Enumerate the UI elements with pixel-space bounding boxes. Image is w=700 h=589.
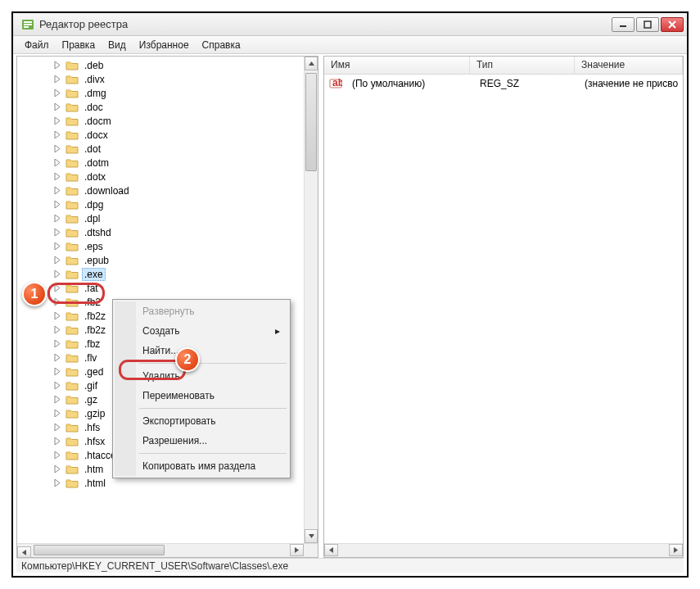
scroll-thumb-horizontal[interactable] xyxy=(34,545,165,555)
tree-item[interactable]: .dpg xyxy=(17,197,304,211)
tree-item[interactable]: .download xyxy=(17,183,304,197)
maximize-button[interactable] xyxy=(636,17,659,32)
expander-icon[interactable] xyxy=(53,353,62,362)
svg-marker-11 xyxy=(55,103,60,111)
svg-marker-10 xyxy=(55,89,60,97)
column-header-name[interactable]: Имя xyxy=(324,57,470,74)
tree-item[interactable]: .dotm xyxy=(17,156,304,170)
values-scrollbar-horizontal[interactable] xyxy=(324,543,683,557)
expander-icon[interactable] xyxy=(53,381,62,390)
expander-icon[interactable] xyxy=(53,478,62,487)
status-path: Компьютер\HKEY_CURRENT_USER\Software\Cla… xyxy=(21,560,288,572)
expander-icon[interactable] xyxy=(53,75,62,84)
expander-icon[interactable] xyxy=(53,409,62,418)
tree-item[interactable]: .dmg xyxy=(17,86,304,100)
string-value-icon: ab xyxy=(329,77,342,90)
scroll-right-button[interactable] xyxy=(290,544,304,556)
minimize-button[interactable] xyxy=(612,17,635,32)
menu-help[interactable]: Справка xyxy=(196,38,247,52)
context-menu-delete[interactable]: Удалить xyxy=(115,366,288,386)
menu-edit[interactable]: Правка xyxy=(56,38,102,52)
tree-item[interactable]: .deb xyxy=(17,58,304,72)
context-menu-separator xyxy=(139,408,287,409)
expander-icon[interactable] xyxy=(53,451,62,460)
scroll-up-button[interactable] xyxy=(305,57,318,70)
titlebar: Редактор реестра xyxy=(13,13,687,36)
tree-item[interactable]: .eps xyxy=(17,239,304,253)
tree-item[interactable]: .dotx xyxy=(17,170,304,183)
expander-icon[interactable] xyxy=(53,214,62,223)
svg-marker-32 xyxy=(55,396,60,403)
context-menu-find[interactable]: Найти... xyxy=(115,341,288,360)
folder-icon xyxy=(65,129,79,141)
column-header-data[interactable]: Значение xyxy=(575,57,683,74)
expander-icon[interactable] xyxy=(53,116,62,125)
tree-item-label: .divx xyxy=(82,73,107,86)
expander-icon[interactable] xyxy=(53,339,62,348)
expander-icon[interactable] xyxy=(53,423,62,432)
context-menu-new[interactable]: Создать▸ xyxy=(115,321,288,341)
context-menu-copy-key-name[interactable]: Копировать имя раздела xyxy=(115,456,288,476)
tree-scrollbar-horizontal[interactable] xyxy=(17,543,318,557)
expander-icon[interactable] xyxy=(53,88,62,97)
expander-icon[interactable] xyxy=(53,200,62,209)
expander-icon[interactable] xyxy=(53,270,62,279)
tree-item-label: .dpl xyxy=(82,212,102,225)
tree-item[interactable]: .divx xyxy=(17,72,304,86)
list-row[interactable]: ab (По умолчанию) REG_SZ (значение не пр… xyxy=(324,76,683,91)
scroll-thumb-vertical[interactable] xyxy=(305,73,317,171)
tree-item[interactable]: .docx xyxy=(17,128,304,142)
tree-item[interactable]: .docm xyxy=(17,114,304,128)
context-menu-separator xyxy=(139,363,287,364)
svg-marker-20 xyxy=(55,229,60,236)
expander-icon[interactable] xyxy=(53,256,62,265)
tree-item-label: .dtshd xyxy=(82,226,114,239)
expander-icon[interactable] xyxy=(53,158,62,167)
tree-item[interactable]: .doc xyxy=(17,100,304,114)
tree-item[interactable]: .dtshd xyxy=(17,225,304,239)
expander-icon[interactable] xyxy=(53,297,62,306)
scroll-right-button[interactable] xyxy=(669,544,683,556)
column-header-type[interactable]: Тип xyxy=(470,57,575,74)
close-button[interactable] xyxy=(661,17,684,32)
menu-view[interactable]: Вид xyxy=(102,38,133,52)
list-body[interactable]: ab (По умолчанию) REG_SZ (значение не пр… xyxy=(324,75,683,93)
expander-icon[interactable] xyxy=(53,228,62,237)
svg-marker-35 xyxy=(55,437,60,445)
svg-marker-42 xyxy=(295,547,299,553)
menu-file[interactable]: Файл xyxy=(18,38,56,52)
expander-icon[interactable] xyxy=(53,61,62,70)
expander-icon[interactable] xyxy=(53,283,62,292)
expander-icon[interactable] xyxy=(53,367,62,376)
expander-icon[interactable] xyxy=(53,186,62,195)
svg-text:ab: ab xyxy=(332,77,342,88)
context-menu-separator xyxy=(139,453,287,454)
expander-icon[interactable] xyxy=(53,172,62,181)
tree-item[interactable]: .epub xyxy=(17,253,304,267)
scroll-down-button[interactable] xyxy=(305,529,318,543)
menu-favorites[interactable]: Избранное xyxy=(133,38,196,52)
expander-icon[interactable] xyxy=(53,464,62,473)
tree-scrollbar-vertical[interactable] xyxy=(304,57,318,543)
expander-icon[interactable] xyxy=(53,311,62,320)
expander-icon[interactable] xyxy=(53,395,62,404)
scroll-left-button[interactable] xyxy=(17,546,31,558)
tree-item[interactable]: .fat xyxy=(17,281,304,295)
expander-icon[interactable] xyxy=(53,102,62,111)
tree-item-label: .deb xyxy=(82,59,106,72)
context-menu-permissions[interactable]: Разрешения... xyxy=(115,431,288,451)
expander-icon[interactable] xyxy=(53,437,62,446)
scroll-left-button[interactable] xyxy=(324,544,338,556)
expander-icon[interactable] xyxy=(53,325,62,334)
expander-icon[interactable] xyxy=(53,144,62,153)
expander-icon[interactable] xyxy=(53,242,62,251)
tree-item[interactable]: .dpl xyxy=(17,211,304,225)
tree-item[interactable]: .dot xyxy=(17,142,304,156)
expander-icon[interactable] xyxy=(53,130,62,139)
context-menu-export[interactable]: Экспортировать xyxy=(115,411,288,431)
context-menu-expand[interactable]: Развернуть xyxy=(115,301,288,321)
tree-item[interactable]: .exe xyxy=(17,267,304,281)
tree-item-label: .fb2z xyxy=(82,324,108,337)
context-menu-rename[interactable]: Переименовать xyxy=(115,386,288,406)
svg-marker-37 xyxy=(55,465,60,473)
